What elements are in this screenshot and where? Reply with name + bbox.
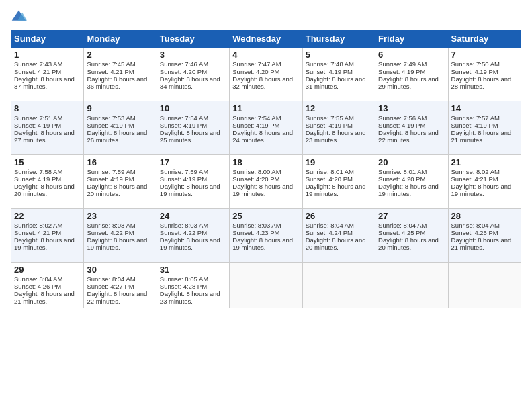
calendar-cell: 29 Sunrise: 8:04 AM Sunset: 4:26 PM Dayl… — [11, 263, 84, 308]
sunset-label: Sunset: 4:19 PM — [87, 175, 134, 183]
calendar-cell — [230, 263, 302, 308]
weekday-header-saturday: Saturday — [448, 30, 521, 48]
sunrise-label: Sunrise: 7:51 AM — [14, 114, 62, 122]
calendar-cell: 4 Sunrise: 7:47 AM Sunset: 4:20 PM Dayli… — [230, 48, 302, 101]
calendar-week-row: 1 Sunrise: 7:43 AM Sunset: 4:21 PM Dayli… — [11, 48, 521, 101]
sunrise-label: Sunrise: 7:45 AM — [87, 60, 135, 68]
daylight-label: Daylight: 8 hours and 22 minutes. — [378, 129, 439, 144]
sunrise-label: Sunrise: 8:00 AM — [232, 168, 281, 175]
sunrise-label: Sunrise: 7:50 AM — [451, 60, 500, 68]
day-number: 22 — [14, 211, 81, 221]
daylight-label: Daylight: 8 hours and 21 minutes. — [14, 290, 75, 305]
sunrise-label: Sunrise: 8:02 AM — [451, 168, 500, 175]
day-number: 23 — [87, 211, 153, 221]
calendar-cell — [375, 263, 448, 308]
sunrise-label: Sunrise: 8:03 AM — [87, 222, 135, 229]
sunrise-label: Sunrise: 8:05 AM — [160, 275, 208, 283]
daylight-label: Daylight: 8 hours and 25 minutes. — [160, 129, 220, 144]
daylight-label: Daylight: 8 hours and 31 minutes. — [306, 75, 366, 90]
sunset-label: Sunset: 4:19 PM — [306, 68, 353, 75]
sunset-label: Sunset: 4:19 PM — [378, 122, 425, 129]
sunset-label: Sunset: 4:25 PM — [451, 229, 498, 236]
sunset-label: Sunset: 4:25 PM — [378, 229, 425, 236]
daylight-label: Daylight: 8 hours and 19 minutes. — [232, 183, 293, 197]
daylight-label: Daylight: 8 hours and 20 minutes. — [14, 183, 75, 197]
day-number: 10 — [160, 103, 226, 113]
daylight-label: Daylight: 8 hours and 19 minutes. — [306, 183, 366, 197]
day-number: 27 — [378, 211, 445, 221]
calendar-cell: 18 Sunrise: 8:00 AM Sunset: 4:20 PM Dayl… — [230, 155, 302, 209]
calendar-week-row: 29 Sunrise: 8:04 AM Sunset: 4:26 PM Dayl… — [11, 263, 521, 308]
daylight-label: Daylight: 8 hours and 37 minutes. — [14, 75, 75, 90]
calendar-cell: 6 Sunrise: 7:49 AM Sunset: 4:19 PM Dayli… — [375, 48, 448, 101]
daylight-label: Daylight: 8 hours and 19 minutes. — [232, 236, 293, 251]
daylight-label: Daylight: 8 hours and 21 minutes. — [451, 129, 512, 144]
day-number: 21 — [451, 157, 518, 167]
day-number: 19 — [306, 157, 372, 167]
sunset-label: Sunset: 4:19 PM — [14, 175, 61, 183]
day-number: 4 — [232, 50, 299, 60]
weekday-header-wednesday: Wednesday — [230, 30, 302, 48]
sunset-label: Sunset: 4:28 PM — [160, 283, 207, 290]
sunset-label: Sunset: 4:19 PM — [87, 122, 134, 129]
sunset-label: Sunset: 4:19 PM — [232, 122, 279, 129]
calendar-cell: 15 Sunrise: 7:58 AM Sunset: 4:19 PM Dayl… — [11, 155, 84, 209]
daylight-label: Daylight: 8 hours and 34 minutes. — [160, 75, 220, 90]
page: SundayMondayTuesdayWednesdayThursdayFrid… — [0, 0, 532, 411]
calendar-cell: 9 Sunrise: 7:53 AM Sunset: 4:19 PM Dayli… — [84, 101, 157, 155]
daylight-label: Daylight: 8 hours and 19 minutes. — [87, 236, 147, 251]
weekday-header-thursday: Thursday — [302, 30, 375, 48]
sunrise-label: Sunrise: 8:03 AM — [232, 222, 281, 229]
day-number: 7 — [451, 50, 518, 60]
daylight-label: Daylight: 8 hours and 19 minutes. — [378, 183, 439, 197]
calendar-cell: 25 Sunrise: 8:03 AM Sunset: 4:23 PM Dayl… — [230, 209, 302, 263]
calendar-table: SundayMondayTuesdayWednesdayThursdayFrid… — [11, 30, 521, 308]
calendar-cell: 5 Sunrise: 7:48 AM Sunset: 4:19 PM Dayli… — [302, 48, 375, 101]
calendar-cell: 31 Sunrise: 8:05 AM Sunset: 4:28 PM Dayl… — [157, 263, 229, 308]
calendar-cell: 21 Sunrise: 8:02 AM Sunset: 4:21 PM Dayl… — [448, 155, 521, 209]
sunrise-label: Sunrise: 8:02 AM — [14, 222, 62, 229]
day-number: 18 — [232, 157, 299, 167]
sunset-label: Sunset: 4:19 PM — [451, 68, 498, 75]
daylight-label: Daylight: 8 hours and 19 minutes. — [160, 236, 220, 251]
sunrise-label: Sunrise: 7:46 AM — [160, 60, 208, 68]
sunset-label: Sunset: 4:20 PM — [160, 68, 207, 75]
calendar-cell: 3 Sunrise: 7:46 AM Sunset: 4:20 PM Dayli… — [157, 48, 229, 101]
daylight-label: Daylight: 8 hours and 21 minutes. — [451, 236, 512, 251]
calendar-cell: 12 Sunrise: 7:55 AM Sunset: 4:19 PM Dayl… — [302, 101, 375, 155]
sunrise-label: Sunrise: 8:04 AM — [306, 222, 354, 229]
sunrise-label: Sunrise: 7:43 AM — [14, 60, 62, 68]
day-number: 17 — [160, 157, 226, 167]
daylight-label: Daylight: 8 hours and 23 minutes. — [160, 290, 220, 305]
sunset-label: Sunset: 4:19 PM — [378, 68, 425, 75]
sunset-label: Sunset: 4:22 PM — [87, 229, 134, 236]
weekday-header-sunday: Sunday — [11, 30, 84, 48]
sunrise-label: Sunrise: 8:04 AM — [14, 275, 62, 283]
sunrise-label: Sunrise: 7:59 AM — [87, 168, 135, 175]
calendar-cell: 24 Sunrise: 8:03 AM Sunset: 4:22 PM Dayl… — [157, 209, 229, 263]
sunset-label: Sunset: 4:20 PM — [232, 68, 279, 75]
sunset-label: Sunset: 4:19 PM — [306, 122, 353, 129]
sunset-label: Sunset: 4:24 PM — [306, 229, 353, 236]
calendar-cell: 14 Sunrise: 7:57 AM Sunset: 4:19 PM Dayl… — [448, 101, 521, 155]
daylight-label: Daylight: 8 hours and 28 minutes. — [451, 75, 512, 90]
day-number: 1 — [14, 50, 81, 60]
sunrise-label: Sunrise: 7:54 AM — [160, 114, 208, 122]
calendar-cell: 26 Sunrise: 8:04 AM Sunset: 4:24 PM Dayl… — [302, 209, 375, 263]
calendar-cell: 10 Sunrise: 7:54 AM Sunset: 4:19 PM Dayl… — [157, 101, 229, 155]
daylight-label: Daylight: 8 hours and 32 minutes. — [232, 75, 293, 90]
sunset-label: Sunset: 4:20 PM — [232, 175, 279, 183]
calendar-cell — [302, 263, 375, 308]
sunrise-label: Sunrise: 8:04 AM — [87, 275, 135, 283]
weekday-header-monday: Monday — [84, 30, 157, 48]
sunset-label: Sunset: 4:19 PM — [451, 122, 498, 129]
logo-icon — [11, 8, 27, 24]
day-number: 15 — [14, 157, 81, 167]
day-number: 12 — [306, 103, 372, 113]
sunset-label: Sunset: 4:19 PM — [160, 175, 207, 183]
day-number: 16 — [87, 157, 153, 167]
day-number: 31 — [160, 265, 226, 275]
header — [11, 8, 521, 24]
day-number: 14 — [451, 103, 518, 113]
weekday-header-friday: Friday — [375, 30, 448, 48]
